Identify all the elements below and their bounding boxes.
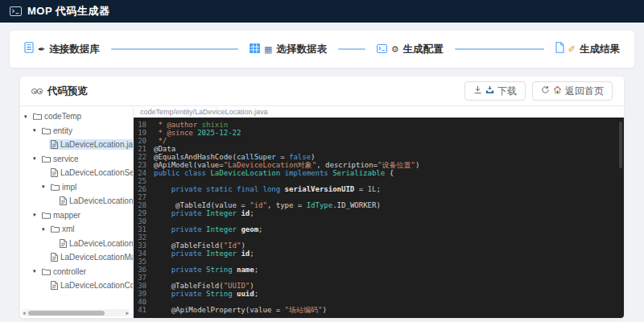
gear-icon: ⚙ <box>391 45 399 54</box>
code-text: private static final long serialVersionU… <box>154 185 381 193</box>
scroll-right-arrow-icon[interactable]: ▸ <box>125 310 130 316</box>
code-line: 34 private Integer id; <box>134 250 624 258</box>
tree-item[interactable]: LaDeviceLocationMapper.xml <box>20 237 133 251</box>
code-line: 38 @TableField("UUID") <box>134 282 624 290</box>
home-button-label: 返回首页 <box>565 85 604 98</box>
folder-icon <box>42 155 51 163</box>
code-line: 27 <box>134 193 624 201</box>
line-number: 28 <box>134 201 147 209</box>
caret-down-icon[interactable]: ▾ <box>33 268 40 275</box>
tree-item[interactable]: LaDeviceLocationController.java <box>20 279 133 293</box>
pen-icon: ✒ <box>38 45 45 54</box>
file-icon <box>60 196 67 205</box>
code-line: 19 * @since 2025-12-22 <box>134 129 624 137</box>
line-number: 27 <box>134 193 147 201</box>
document-icon <box>555 42 564 56</box>
line-number: 37 <box>134 274 147 282</box>
terminal-icon <box>10 6 22 16</box>
tree-item[interactable]: ▾xml <box>20 222 133 237</box>
tree-item-label: LaDeviceLocationController.java <box>60 281 133 290</box>
tree-item[interactable]: ▾mapper <box>20 208 133 223</box>
code-editor: codeTemp/entity/LaDeviceLocation.java 18… <box>133 106 624 318</box>
download-tray-icon <box>485 85 494 97</box>
editor-scrollbar[interactable] <box>619 122 622 168</box>
file-tree: ▾codeTemp▾entityLaDeviceLocation.java▾se… <box>20 106 133 318</box>
step-select-table: ▦ 选择数据表 <box>250 42 327 56</box>
file-icon <box>51 168 58 177</box>
code-line: 26 private static final long serialVersi… <box>134 185 624 193</box>
steps-bar: ✒ 连接数据库 ▦ 选择数据表 ⚙ 生成配置 ✐ 生成结果 <box>10 31 634 68</box>
code-line: 22@EqualsAndHashCode(callSuper = false) <box>134 153 624 161</box>
tree-item-label: impl <box>62 183 76 192</box>
caret-down-icon[interactable]: ▾ <box>42 184 49 190</box>
code-line: 21@Data <box>134 145 624 153</box>
caret-down-icon[interactable]: ▾ <box>33 155 40 162</box>
caret-down-icon[interactable]: ▾ <box>24 114 31 120</box>
line-number: 38 <box>134 282 147 290</box>
tree-item[interactable]: ▾controller <box>20 265 133 279</box>
home-button[interactable]: 返回首页 <box>532 81 613 101</box>
chart-icon: ▦ <box>264 45 272 54</box>
panel-content: ▾codeTemp▾entityLaDeviceLocation.java▾se… <box>20 106 624 318</box>
file-icon <box>51 253 58 262</box>
code-line: 32 <box>134 233 624 242</box>
line-number: 21 <box>134 145 147 153</box>
code-text: @EqualsAndHashCode(callSuper = false) <box>154 153 316 161</box>
line-number: 36 <box>134 266 147 274</box>
terminal-step-icon <box>377 42 387 56</box>
database-form-icon <box>24 42 34 56</box>
tree-item[interactable]: LaDeviceLocationMapper.java <box>20 250 133 265</box>
code-text: * @author shixin <box>154 121 228 129</box>
code-line: 20 */ <box>134 137 624 145</box>
tree-item-label: mapper <box>53 211 80 220</box>
code-text: @TableField("UUID") <box>154 282 254 290</box>
folder-icon <box>42 268 51 275</box>
code-text: private String uuid; <box>154 290 258 298</box>
download-button-label: 下载 <box>497 85 517 98</box>
code-line: 30 <box>134 217 624 225</box>
tree-item[interactable]: ▾codeTemp <box>20 109 133 124</box>
folder-icon <box>42 212 51 219</box>
step-connect-database: ✒ 连接数据库 <box>24 42 100 56</box>
app-title: MOP 代码生成器 <box>27 4 110 19</box>
step-label: 生成结果 <box>580 43 620 56</box>
tree-item-label: LaDeviceLocationServiceImpl.java <box>69 196 133 205</box>
code-line: 24public class LaDeviceLocation implemen… <box>134 169 624 177</box>
table-grid-icon <box>250 42 260 56</box>
code-text: @Data <box>154 145 175 153</box>
tree-item[interactable]: ▾entity <box>20 124 133 138</box>
tree-item[interactable]: ▾impl <box>20 180 133 195</box>
tree-item-label: LaDeviceLocation.java <box>60 140 133 149</box>
code-line: 41 @ApiModelProperty(value = "场站编码") <box>134 306 624 314</box>
code-text: @TableField("Id") <box>154 242 246 250</box>
code-area[interactable]: 18 * @author shixin19 * @since 2025-12-2… <box>134 118 624 318</box>
caret-down-icon[interactable]: ▾ <box>42 226 49 233</box>
tree-item[interactable]: LaDeviceLocationService.java <box>20 166 133 180</box>
line-number: 19 <box>134 129 147 137</box>
code-line: 40 <box>134 298 624 306</box>
tree-item[interactable]: LaDeviceLocationServiceImpl.java <box>20 194 133 208</box>
file-icon <box>51 140 58 149</box>
code-text: @ApiModel(value="LaDeviceLocation对象", de… <box>154 161 419 169</box>
download-button[interactable]: 下载 <box>464 81 526 101</box>
line-number: 24 <box>134 169 147 177</box>
tree-item[interactable]: LaDeviceLocation.java <box>20 138 133 152</box>
line-number: 40 <box>134 298 147 306</box>
step-connector <box>111 48 238 50</box>
caret-down-icon[interactable]: ▾ <box>33 212 40 218</box>
scrollbar-thumb[interactable] <box>28 311 105 316</box>
line-number: 29 <box>134 209 147 217</box>
step-connector <box>455 48 544 50</box>
tree-horizontal-scrollbar[interactable]: ◂ ▸ <box>22 309 130 316</box>
folder-icon <box>51 184 60 191</box>
tree-item[interactable]: ▾service <box>20 152 133 167</box>
code-line: 37 <box>134 274 624 282</box>
code-line: 28 @TableId(value = "id", type = IdType.… <box>134 201 624 209</box>
code-text: @ApiModelProperty(value = "场站编码") <box>154 306 327 314</box>
editor-tab[interactable]: codeTemp/entity/LaDeviceLocation.java <box>140 108 268 116</box>
tree-item-label: controller <box>53 267 86 276</box>
step-generate-result: ✐ 生成结果 <box>555 42 620 56</box>
editor-tab-strip: codeTemp/entity/LaDeviceLocation.java <box>134 106 624 118</box>
caret-down-icon[interactable]: ▾ <box>33 127 40 134</box>
step-connector <box>338 48 365 50</box>
